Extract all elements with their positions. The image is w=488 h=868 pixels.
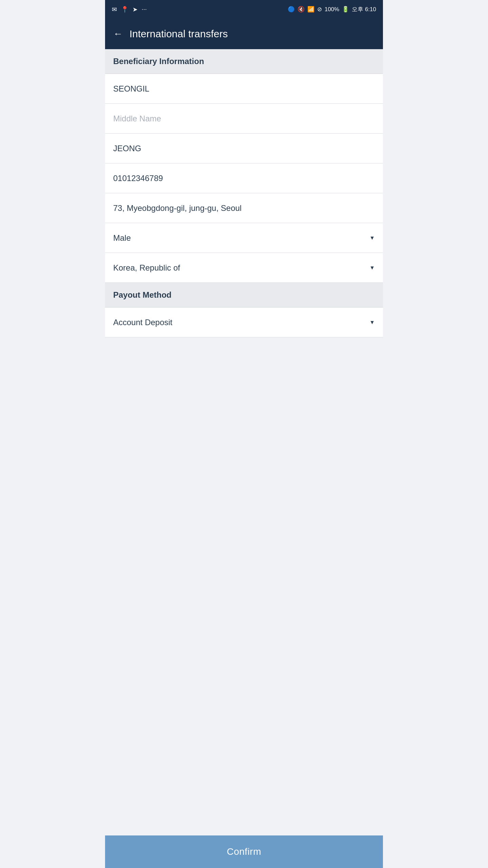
phone-field[interactable]: 01012346789 — [105, 163, 383, 193]
main-content: Beneficiary Information SEONGIL Middle N… — [105, 49, 383, 835]
middle-name-field[interactable]: Middle Name — [105, 104, 383, 134]
bluetooth-icon: 🔵 — [288, 6, 295, 13]
mute-icon: 🔇 — [298, 6, 305, 13]
last-name-field[interactable]: JEONG — [105, 134, 383, 163]
time: 오후 6:10 — [352, 5, 376, 13]
last-name-value: JEONG — [113, 144, 141, 153]
mail-icon: ✉ — [112, 6, 117, 13]
back-button[interactable]: ← — [113, 28, 123, 39]
gender-value: Male — [113, 233, 131, 243]
payout-dropdown-arrow: ▼ — [369, 319, 375, 326]
header: ← International transfers — [105, 19, 383, 49]
country-field[interactable]: Korea, Republic of ▼ — [105, 253, 383, 283]
address-field[interactable]: 73, Myeobgdong-gil, jung-gu, Seoul — [105, 193, 383, 223]
status-bar-right: 🔵 🔇 📶 ⊘ 100% 🔋 오후 6:10 — [288, 5, 376, 13]
back-icon: ← — [113, 28, 123, 39]
more-icon: ··· — [142, 6, 147, 13]
location-icon: 📍 — [121, 6, 128, 13]
country-dropdown-arrow: ▼ — [369, 265, 375, 271]
payout-section-header: Payout Method — [105, 283, 383, 308]
beneficiary-section-header: Beneficiary Information — [105, 49, 383, 74]
middle-name-placeholder: Middle Name — [113, 114, 161, 123]
battery-icon: 🔋 — [342, 6, 349, 13]
page-title: International transfers — [129, 28, 228, 40]
address-value: 73, Myeobgdong-gil, jung-gu, Seoul — [113, 203, 242, 213]
dnd-icon: ⊘ — [317, 6, 322, 13]
confirm-button[interactable]: Confirm — [105, 835, 383, 868]
payout-method-field[interactable]: Account Deposit ▼ — [105, 308, 383, 337]
first-name-value: SEONGIL — [113, 84, 149, 94]
battery-percent: 100% — [325, 6, 339, 13]
gender-field[interactable]: Male ▼ — [105, 223, 383, 253]
wifi-icon: 📶 — [307, 6, 314, 13]
country-value: Korea, Republic of — [113, 263, 180, 273]
status-bar-left: ✉ 📍 ➤ ··· — [112, 6, 147, 13]
status-bar: ✉ 📍 ➤ ··· 🔵 🔇 📶 ⊘ 100% 🔋 오후 6:10 — [105, 0, 383, 19]
gender-dropdown-arrow: ▼ — [369, 235, 375, 241]
phone-value: 01012346789 — [113, 174, 163, 183]
first-name-field[interactable]: SEONGIL — [105, 74, 383, 104]
navigation-icon: ➤ — [133, 6, 138, 13]
payout-method-value: Account Deposit — [113, 318, 172, 327]
